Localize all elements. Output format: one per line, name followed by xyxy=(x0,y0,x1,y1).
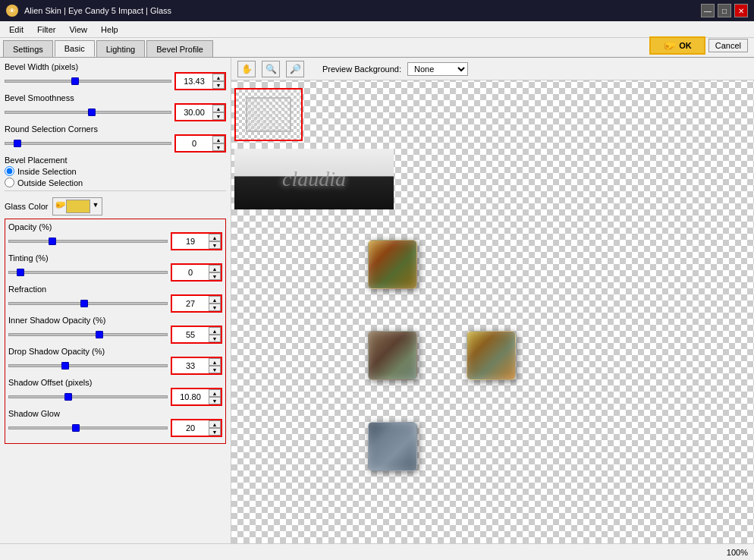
refraction-input[interactable] xyxy=(172,296,209,311)
status-bar: 100% xyxy=(0,543,754,560)
tab-settings[interactable]: Settings xyxy=(3,40,53,57)
bevel-smoothness-slider[interactable] xyxy=(5,111,171,114)
zoom-level: 100% xyxy=(727,548,748,557)
tinting-input[interactable] xyxy=(172,265,209,280)
inner-shadow-down[interactable]: ▼ xyxy=(209,335,221,342)
tinting-down[interactable]: ▼ xyxy=(209,272,221,280)
glass-color-swatch[interactable] xyxy=(66,200,90,213)
menu-help[interactable]: Help xyxy=(95,24,124,36)
opacity-down[interactable]: ▼ xyxy=(209,241,221,249)
opacity-label: Opacity (%) xyxy=(8,222,222,231)
shadow-glow-slider[interactable] xyxy=(8,426,168,429)
drop-shadow-slider[interactable] xyxy=(8,364,168,367)
left-panel: Bevel Width (pixels) ▲ ▼ Bevel Smoothnes… xyxy=(0,58,231,543)
inner-shadow-control: Inner Shadow Opacity (%) ▲ ▼ xyxy=(8,316,222,344)
drop-shadow-down[interactable]: ▼ xyxy=(209,366,221,373)
round-corners-down[interactable]: ▼ xyxy=(212,143,225,151)
opacity-input[interactable] xyxy=(172,234,209,249)
preview-bg-label: Preview Background: xyxy=(322,64,401,74)
main-content: Bevel Width (pixels) ▲ ▼ Bevel Smoothnes… xyxy=(0,58,754,543)
zoom-out-button[interactable]: 🔎 xyxy=(286,61,304,77)
drop-shadow-label: Drop Shadow Opacity (%) xyxy=(8,347,222,356)
shadow-offset-input[interactable] xyxy=(172,389,209,404)
tab-lighting[interactable]: Lighting xyxy=(96,40,146,57)
opacity-group: Opacity (%) ▲ ▼ Tinting (%) xyxy=(5,219,226,444)
drop-shadow-input[interactable] xyxy=(172,358,209,373)
bevel-width-input[interactable] xyxy=(176,74,212,89)
inside-selection-label: Inside Selection xyxy=(17,167,77,176)
shadow-offset-down[interactable]: ▼ xyxy=(209,397,221,404)
drop-shadow-control: Drop Shadow Opacity (%) ▲ ▼ xyxy=(8,347,222,375)
tinting-slider[interactable] xyxy=(8,271,168,274)
round-corners-input-wrap: ▲ ▼ xyxy=(174,134,226,153)
shadow-offset-control: Shadow Offset (pixels) ▲ ▼ xyxy=(8,378,222,406)
preview-glass-1 xyxy=(368,240,417,289)
outside-selection-row: Outside Selection xyxy=(5,178,226,187)
refraction-up[interactable]: ▲ xyxy=(209,296,221,304)
shadow-offset-up[interactable]: ▲ xyxy=(209,389,221,397)
glass-color-swatch-wrap[interactable]: 🤛 ▼ xyxy=(52,197,102,216)
glass-color-label: Glass Color xyxy=(5,202,48,211)
round-corners-slider[interactable] xyxy=(5,142,171,145)
tinting-label: Tinting (%) xyxy=(8,253,222,263)
minimize-button[interactable]: — xyxy=(701,4,715,17)
round-corners-input[interactable] xyxy=(176,136,212,151)
bevel-width-down[interactable]: ▼ xyxy=(212,81,225,89)
shadow-offset-label: Shadow Offset (pixels) xyxy=(8,378,222,387)
menu-filter[interactable]: Filter xyxy=(31,24,61,36)
shadow-glow-up[interactable]: ▲ xyxy=(209,420,221,428)
shadow-glow-down[interactable]: ▼ xyxy=(209,428,221,436)
inside-selection-radio[interactable] xyxy=(5,166,14,176)
preview-bg-select[interactable]: None xyxy=(407,62,468,76)
bevel-smoothness-down[interactable]: ▼ xyxy=(212,112,225,120)
tinting-input-wrap: ▲ ▼ xyxy=(171,263,222,282)
round-corners-up[interactable]: ▲ xyxy=(212,136,225,143)
opacity-slider[interactable] xyxy=(8,240,168,243)
bevel-smoothness-input[interactable] xyxy=(176,105,212,120)
menu-bar: Edit Filter View Help xyxy=(0,21,754,38)
hand-tool-button[interactable]: ✋ xyxy=(237,61,256,77)
shadow-offset-input-wrap: ▲ ▼ xyxy=(171,388,222,406)
inner-shadow-label: Inner Shadow Opacity (%) xyxy=(8,316,222,325)
maximize-button[interactable]: □ xyxy=(718,4,731,17)
inner-shadow-up[interactable]: ▲ xyxy=(209,327,221,335)
outside-selection-radio[interactable] xyxy=(5,178,14,187)
tinting-up[interactable]: ▲ xyxy=(209,265,221,272)
close-button[interactable]: ✕ xyxy=(734,4,748,17)
bevel-placement-label: Bevel Placement xyxy=(5,156,226,165)
refraction-slider[interactable] xyxy=(8,302,168,305)
preview-glass-3 xyxy=(467,331,516,380)
shadow-glow-input[interactable] xyxy=(172,420,209,436)
bevel-width-up[interactable]: ▲ xyxy=(212,74,225,81)
round-corners-control: Round Selection Corners ▲ ▼ xyxy=(5,124,226,153)
bevel-smoothness-up[interactable]: ▲ xyxy=(212,105,225,112)
zoom-in-button[interactable]: 🔍 xyxy=(262,61,280,77)
dropdown-arrow[interactable]: ▼ xyxy=(90,200,100,213)
preview-glass-4 xyxy=(368,422,417,471)
inner-shadow-slider[interactable] xyxy=(8,333,168,336)
menu-edit[interactable]: Edit xyxy=(3,24,30,36)
app-icon: 👁 xyxy=(6,5,18,17)
tab-bar: Settings Basic Lighting Bevel Profile 🤛 … xyxy=(0,38,754,58)
tab-basic[interactable]: Basic xyxy=(55,40,95,57)
refraction-down[interactable]: ▼ xyxy=(209,304,221,311)
drop-shadow-up[interactable]: ▲ xyxy=(209,358,221,366)
bevel-smoothness-input-wrap: ▲ ▼ xyxy=(174,103,226,121)
outside-selection-label: Outside Selection xyxy=(17,178,83,187)
inner-shadow-input[interactable] xyxy=(172,327,209,342)
shadow-glow-control: Shadow Glow ▲ ▼ xyxy=(8,409,222,437)
title-bar: 👁 Alien Skin | Eye Candy 5 Impact | Glas… xyxy=(0,0,754,21)
ok-icon: 🤛 xyxy=(663,39,676,52)
bevel-width-slider[interactable] xyxy=(5,80,171,83)
shadow-offset-slider[interactable] xyxy=(8,395,168,398)
cancel-button[interactable]: Cancel xyxy=(708,39,748,52)
round-corners-label: Round Selection Corners xyxy=(5,124,226,134)
thumbnail-checkerboard xyxy=(236,90,301,140)
opacity-up[interactable]: ▲ xyxy=(209,234,221,241)
drop-shadow-input-wrap: ▲ ▼ xyxy=(171,357,222,375)
ok-button[interactable]: 🤛 OK xyxy=(649,36,705,55)
tab-bevel-profile[interactable]: Bevel Profile xyxy=(146,40,213,57)
thumbnail-pattern xyxy=(246,97,291,132)
glass-color-row: Glass Color 🤛 ▼ xyxy=(5,197,226,216)
menu-view[interactable]: View xyxy=(63,24,93,36)
